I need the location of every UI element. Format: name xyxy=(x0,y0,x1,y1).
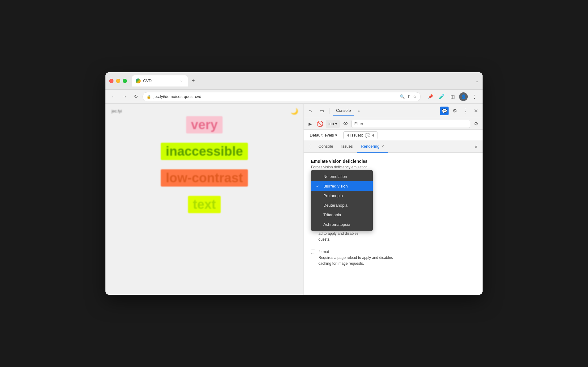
tab-issues[interactable]: Issues xyxy=(338,141,357,153)
default-levels-button[interactable]: Default levels ▾ xyxy=(307,132,340,139)
console-main-tab[interactable]: Console xyxy=(333,106,354,116)
tritanopia-label: Tritanopia xyxy=(323,213,341,217)
dropdown-item-tritanopia[interactable]: Tritanopia xyxy=(311,210,373,220)
close-button[interactable] xyxy=(109,79,113,83)
execute-button[interactable]: ▶ xyxy=(306,120,314,128)
rendering-panel-content: Emulate vision deficiencies Forces visio… xyxy=(304,153,483,295)
address-bar: ← → ↻ 🔒 jec.fyi/demo/cds-quest-cvd 🔍 ⬆ ☆… xyxy=(105,90,483,104)
browser-tab[interactable]: CVD × xyxy=(132,75,188,86)
deuteranopia-label: Deuteranopia xyxy=(323,203,347,208)
device-toggle-icon[interactable]: ▭ xyxy=(317,106,326,116)
levels-dropdown-icon: ▾ xyxy=(335,133,337,137)
content-area: jec.fyi 🌙 very inaccessible low-contrast… xyxy=(105,104,483,295)
tab-rendering[interactable]: Rendering ✕ xyxy=(357,141,388,153)
checkbox-2-desc: Requires a page reload to apply and disa… xyxy=(318,255,393,266)
word-very: very xyxy=(186,116,223,133)
dropdown-item-achromatopsia[interactable]: Achromatopsia xyxy=(311,220,373,229)
separator xyxy=(330,108,330,114)
word-inaccessible: inaccessible xyxy=(161,143,248,160)
tab-close-button[interactable]: × xyxy=(179,78,184,83)
checkbox-1-desc: ad to apply and disablesquests. xyxy=(318,231,358,242)
tab-rendering-label: Rendering xyxy=(361,144,379,149)
browser-window: CVD × + ⌄ ← → ↻ 🔒 jec.fyi/demo/cds-quest… xyxy=(105,72,483,295)
protanopia-label: Protanopia xyxy=(323,193,343,198)
lab-icon[interactable]: 🧪 xyxy=(437,92,446,101)
browser-toolbar: 📌 🧪 ◫ 👤 ⋮ xyxy=(426,92,479,101)
dropdown-item-protanopia[interactable]: Protanopia xyxy=(311,191,373,200)
issues-message-icon: 💬 xyxy=(365,133,370,138)
back-button[interactable]: ← xyxy=(109,92,118,101)
lock-icon: 🔒 xyxy=(147,95,151,99)
select-element-icon[interactable]: ↖ xyxy=(306,106,315,116)
theme-toggle[interactable]: 🌙 xyxy=(291,108,298,115)
devtools-panel: ↖ ▭ Console » 💬 ⚙ ⋮ ✕ ▶ 🚫 top ▾ 👁 xyxy=(303,104,483,295)
search-icon[interactable]: 🔍 xyxy=(400,94,405,99)
section-title: Emulate vision deficiencies xyxy=(311,159,475,164)
dropdown-item-no-emulation[interactable]: No emulation xyxy=(311,172,373,181)
devtools-tabs-row: ⋮ Console Issues Rendering ✕ ✕ xyxy=(304,141,483,153)
share-icon[interactable]: ⬆ xyxy=(407,94,411,99)
issues-count: 4 xyxy=(372,133,374,137)
blurred-vision-label: Blurred vision xyxy=(323,184,348,188)
split-icon[interactable]: ◫ xyxy=(448,92,457,101)
tab-console-label: Console xyxy=(318,144,333,149)
context-selector[interactable]: top ▾ xyxy=(326,120,340,128)
site-label: jec.fyi xyxy=(112,109,122,113)
checkbox-row-2: format Requires a page reload to apply a… xyxy=(311,249,475,267)
forward-button[interactable]: → xyxy=(120,92,129,101)
context-arrow-icon: ▾ xyxy=(335,121,337,126)
message-count-icon[interactable]: 💬 xyxy=(440,107,449,115)
new-tab-button[interactable]: + xyxy=(189,77,198,85)
checkbox-2[interactable] xyxy=(311,250,315,254)
clear-button[interactable]: 🚫 xyxy=(316,120,324,128)
default-levels-label: Default levels xyxy=(310,133,334,137)
more-options-icon[interactable]: ⋮ xyxy=(470,92,479,101)
title-bar: CVD × + ⌄ xyxy=(105,72,483,90)
devtools-console-toolbar: ▶ 🚫 top ▾ 👁 ⚙ xyxy=(304,118,483,130)
address-action-icons: 🔍 ⬆ ☆ xyxy=(400,94,417,99)
address-input[interactable]: 🔒 jec.fyi/demo/cds-quest-cvd 🔍 ⬆ ☆ xyxy=(143,92,421,101)
checkbox-2-label: format xyxy=(318,250,329,254)
tab-menu-icon[interactable]: ⋮ xyxy=(306,143,314,151)
emulation-dropdown: No emulation ✓ Blurred vision Protanopia… xyxy=(311,170,373,231)
achromatopsia-label: Achromatopsia xyxy=(323,222,350,227)
devtools-topbar: ↖ ▭ Console » 💬 ⚙ ⋮ ✕ xyxy=(304,104,483,118)
profile-icon[interactable]: 👤 xyxy=(459,92,468,101)
live-expression-icon[interactable]: 👁 xyxy=(342,120,350,128)
devtools-close-icon[interactable]: ✕ xyxy=(471,107,480,115)
console-filter-input[interactable] xyxy=(352,120,470,128)
devtools-more-icon[interactable]: ⋮ xyxy=(461,107,470,115)
tab-title: CVD xyxy=(143,78,151,83)
tab-issues-label: Issues xyxy=(341,144,353,149)
context-label: top xyxy=(328,121,334,126)
issues-badge[interactable]: 4 Issues: 💬 4 xyxy=(343,131,377,139)
more-tabs-button[interactable]: » xyxy=(356,108,362,113)
devtools-panel-close-icon[interactable]: ✕ xyxy=(472,143,480,151)
dropdown-item-deuteranopia[interactable]: Deuteranopia xyxy=(311,200,373,210)
dropdown-item-blurred-vision[interactable]: ✓ Blurred vision xyxy=(311,181,373,191)
no-emulation-label: No emulation xyxy=(323,174,347,179)
refresh-button[interactable]: ↻ xyxy=(131,92,140,101)
url-text: jec.fyi/demo/cds-quest-cvd xyxy=(154,94,397,99)
bookmark-icon[interactable]: ☆ xyxy=(413,94,417,99)
devtools-settings-icon[interactable]: ⚙ xyxy=(450,107,459,115)
word-low-contrast: low-contrast xyxy=(161,169,248,187)
title-bar-right: ⌄ xyxy=(475,78,479,83)
minimize-button[interactable] xyxy=(116,79,120,83)
webpage-content: jec.fyi 🌙 very inaccessible low-contrast… xyxy=(105,104,303,295)
traffic-lights xyxy=(109,79,127,83)
tab-console[interactable]: Console xyxy=(315,141,337,153)
checkbox-section: format ad to apply and disablesquests. f… xyxy=(311,225,475,267)
checkbox-2-text: format Requires a page reload to apply a… xyxy=(318,249,393,267)
extensions-icon[interactable]: 📌 xyxy=(426,92,435,101)
chevron-down-icon[interactable]: ⌄ xyxy=(475,78,479,83)
devtools-levels-bar: Default levels ▾ 4 Issues: 💬 4 xyxy=(304,130,483,141)
blurred-vision-check: ✓ xyxy=(316,184,321,188)
maximize-button[interactable] xyxy=(123,79,127,83)
tab-favicon xyxy=(136,78,141,83)
tab-bar: CVD × + xyxy=(132,75,473,86)
console-settings-icon[interactable]: ⚙ xyxy=(472,120,480,128)
word-text: text xyxy=(188,196,221,213)
tab-rendering-close-icon[interactable]: ✕ xyxy=(381,144,384,149)
section-subtitle: Forces vision deficiency emulation xyxy=(311,165,475,169)
